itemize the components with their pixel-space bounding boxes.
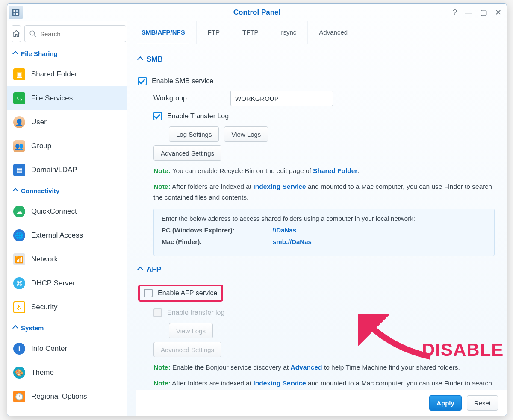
checkbox-transfer-log-afp <box>153 308 162 317</box>
sidebar-item-dhcp[interactable]: ⌘DHCP Server <box>7 271 127 295</box>
tab-ftp[interactable]: FTP <box>197 21 231 44</box>
sidebar-item-group[interactable]: 👥Group <box>7 134 127 158</box>
ldap-icon: ▤ <box>13 164 25 176</box>
link-shared-folder[interactable]: Shared Folder <box>313 167 357 174</box>
label-enable-smb: Enable SMB service <box>152 77 213 85</box>
link-indexing-service-afp[interactable]: Indexing Service <box>253 379 306 387</box>
close-icon[interactable]: ✕ <box>495 8 501 17</box>
maximize-icon[interactable]: ▢ <box>480 8 487 17</box>
workgroup-label: Workgroup: <box>153 94 222 102</box>
note-afp-bonjour: Note: Enable the Bonjour service discove… <box>153 362 495 373</box>
search-input[interactable] <box>40 30 121 38</box>
app-icon <box>9 6 23 19</box>
sidebar-item-user[interactable]: 👤User <box>7 110 127 134</box>
group-icon: 👥 <box>13 140 25 152</box>
log-settings-button[interactable]: Log Settings <box>169 126 219 142</box>
tab-tftp[interactable]: TFTP <box>231 21 270 44</box>
minimize-icon[interactable]: — <box>465 8 472 17</box>
sidebar-item-info-center[interactable]: iInfo Center <box>7 337 127 361</box>
sidebar-item-theme[interactable]: 🎨Theme <box>7 361 127 385</box>
globe-icon: 🌐 <box>13 229 25 241</box>
checkbox-enable-afp[interactable] <box>144 289 153 297</box>
user-icon: 👤 <box>13 116 25 128</box>
note-smb-indexing: Note: After folders are indexed at Index… <box>153 182 495 203</box>
workgroup-input[interactable] <box>230 91 333 106</box>
group-smb[interactable]: SMB <box>138 52 495 67</box>
advanced-settings-button-afp: Advanced Settings <box>153 342 221 357</box>
clock-icon: 🕒 <box>13 391 25 402</box>
svg-rect-3 <box>14 13 16 15</box>
file-services-icon: ⇆ <box>13 92 25 104</box>
settings-scroll[interactable]: SMB Enable SMB service Workgroup: Enable… <box>127 44 507 416</box>
note-smb-recycle: Note: You can enable Recycle Bin on the … <box>153 166 495 176</box>
checkbox-transfer-log-smb[interactable] <box>153 112 162 120</box>
sidebar-item-external-access[interactable]: 🌐External Access <box>7 223 127 247</box>
label-transfer-log-afp: Enable transfer log <box>167 309 224 317</box>
help-icon[interactable]: ? <box>453 8 457 17</box>
view-logs-button-afp: View Logs <box>169 323 213 338</box>
sidebar-item-security[interactable]: ⛨Security <box>7 295 127 319</box>
pc-path: \\DaNas <box>273 226 296 234</box>
sidebar-item-network[interactable]: 📶Network <box>7 247 127 271</box>
chevron-up-icon <box>138 265 142 274</box>
sidebar-item-shared-folder[interactable]: ▣Shared Folder <box>7 62 127 86</box>
tab-rsync[interactable]: rsync <box>270 21 308 44</box>
reset-button[interactable]: Reset <box>467 395 498 411</box>
section-connectivity[interactable]: Connectivity <box>7 182 127 200</box>
apply-button[interactable]: Apply <box>429 395 462 411</box>
titlebar: Control Panel ? — ▢ ✕ <box>7 4 507 21</box>
section-system[interactable]: System <box>7 319 127 337</box>
search-field[interactable] <box>24 25 126 42</box>
home-icon <box>12 29 21 38</box>
access-info-box: Enter the below address to access shared… <box>153 209 495 256</box>
svg-rect-1 <box>14 10 16 12</box>
divider <box>138 279 495 279</box>
content-pane: SMB/AFP/NFS FTP TFTP rsync Advanced SMB … <box>127 21 507 416</box>
tab-advanced[interactable]: Advanced <box>308 21 359 44</box>
search-icon <box>29 30 37 38</box>
access-intro: Enter the below address to access shared… <box>162 215 486 222</box>
network-icon: 📶 <box>13 253 25 265</box>
divider <box>138 69 495 69</box>
sidebar-item-domain-ldap[interactable]: ▤Domain/LDAP <box>7 158 127 182</box>
dhcp-icon: ⌘ <box>13 277 25 289</box>
chevron-up-icon <box>13 324 18 332</box>
link-indexing-service[interactable]: Indexing Service <box>253 183 306 190</box>
sidebar-item-file-services[interactable]: ⇆File Services <box>7 86 127 110</box>
control-panel-window: Control Panel ? — ▢ ✕ File Sharing ▣Shar… <box>7 3 507 416</box>
tab-bar: SMB/AFP/NFS FTP TFTP rsync Advanced <box>127 21 507 44</box>
svg-rect-0 <box>12 9 20 16</box>
sidebar-item-regional[interactable]: 🕒Regional Options <box>7 385 127 408</box>
view-logs-button-smb[interactable]: View Logs <box>224 126 268 142</box>
home-button[interactable] <box>12 25 21 42</box>
footer-bar: Apply Reset <box>136 390 507 416</box>
checkbox-enable-smb[interactable] <box>138 77 147 85</box>
window-title: Control Panel <box>233 8 281 17</box>
link-advanced[interactable]: Advanced <box>290 364 322 371</box>
chevron-up-icon <box>13 50 18 57</box>
advanced-settings-button-smb[interactable]: Advanced Settings <box>153 145 221 161</box>
group-afp[interactable]: AFP <box>138 262 495 277</box>
sidebar: File Sharing ▣Shared Folder ⇆File Servic… <box>7 21 127 416</box>
chevron-up-icon <box>138 55 142 64</box>
highlight-enable-afp: Enable AFP service <box>138 285 223 302</box>
chevron-up-icon <box>13 187 18 194</box>
svg-line-6 <box>34 35 36 37</box>
mac-path: smb://DaNas <box>273 238 312 245</box>
info-icon: i <box>13 343 25 355</box>
label-enable-afp: Enable AFP service <box>158 289 217 297</box>
tab-smb-afp-nfs[interactable]: SMB/AFP/NFS <box>130 21 197 44</box>
pc-label: PC (Windows Explorer): <box>162 226 256 234</box>
folder-icon: ▣ <box>13 68 25 80</box>
svg-point-5 <box>30 31 35 35</box>
mac-label: Mac (Finder): <box>162 238 256 245</box>
shield-icon: ⛨ <box>13 301 25 313</box>
svg-rect-2 <box>16 10 18 12</box>
cloud-icon: ☁ <box>13 206 25 217</box>
palette-icon: 🎨 <box>13 367 25 379</box>
label-transfer-log-smb: Enable Transfer Log <box>167 112 229 120</box>
section-file-sharing[interactable]: File Sharing <box>7 45 127 62</box>
sidebar-item-quickconnect[interactable]: ☁QuickConnect <box>7 200 127 223</box>
svg-rect-4 <box>16 13 18 15</box>
